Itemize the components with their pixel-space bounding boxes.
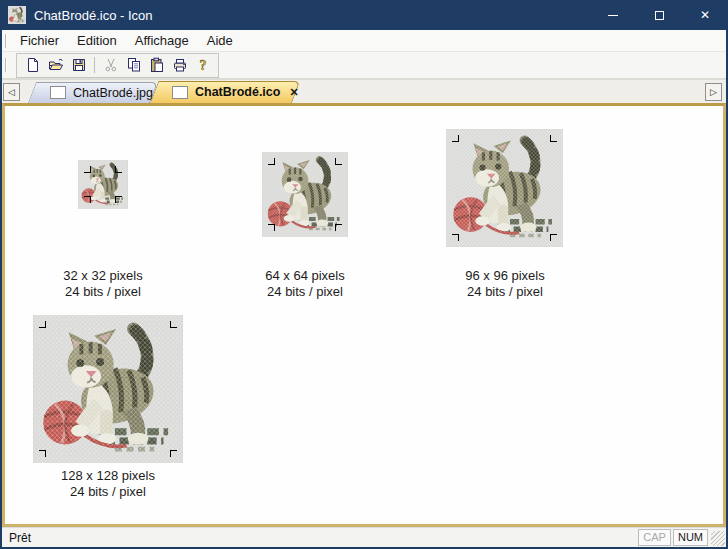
new-button[interactable]	[21, 54, 44, 76]
icon-image-96[interactable]	[446, 129, 563, 247]
tab-chatbrode-ico[interactable]: ChatBrodé.ico ✕	[150, 81, 292, 103]
keyboard-indicator-panes: CAP NUM	[638, 529, 708, 546]
menu-affichage[interactable]: Affichage	[126, 31, 198, 50]
status-bar: Prêt CAP NUM	[2, 527, 726, 547]
menubar-gripper[interactable]	[5, 34, 7, 48]
selection-corner-mark	[115, 196, 122, 203]
icon-label-128: 128 x 128 pixels 24 bits / pixel	[28, 468, 188, 500]
tab-close-icon[interactable]: ✕	[289, 86, 298, 99]
selection-corner-mark	[452, 234, 459, 241]
tab-scroll-right-button[interactable]: ▷	[705, 83, 722, 101]
selection-corner-mark	[39, 450, 46, 457]
caps-lock-indicator: CAP	[638, 529, 671, 546]
toolbar-gripper[interactable]	[5, 58, 7, 72]
selection-corner-mark	[268, 158, 275, 165]
depth-label: 24 bits / pixel	[425, 284, 585, 300]
close-button[interactable]: ✕	[682, 0, 728, 30]
icon-label-64: 64 x 64 pixels 24 bits / pixel	[225, 268, 385, 300]
depth-label: 24 bits / pixel	[23, 284, 183, 300]
paste-clipboard-icon	[149, 57, 165, 73]
icon-label-32: 32 x 32 pixels 24 bits / pixel	[23, 268, 183, 300]
depth-label: 24 bits / pixel	[28, 484, 188, 500]
image-thumbnail-icon	[172, 86, 188, 99]
titlebar: ChatBrodé.ico - Icon ✕	[0, 0, 728, 30]
document-tab-bar: ◁ ▷ ChatBrodé.jpg ChatBrodé.ico ✕	[2, 79, 726, 103]
resize-grip[interactable]	[711, 531, 725, 546]
save-button[interactable]	[67, 54, 90, 76]
app-window: ChatBrodé.ico - Icon ✕ Fichier Edition A…	[0, 0, 728, 549]
help-question-icon: ?	[195, 57, 211, 73]
cut-button[interactable]	[99, 54, 122, 76]
menu-fichier[interactable]: Fichier	[11, 31, 68, 50]
selection-corner-mark	[84, 196, 91, 203]
tab-label: ChatBrodé.ico	[195, 85, 280, 99]
selection-corner-mark	[550, 234, 557, 241]
selection-corner-mark	[335, 224, 342, 231]
num-lock-indicator: NUM	[673, 529, 708, 546]
toolbar-button-group: ?	[16, 53, 219, 78]
copy-button[interactable]	[122, 54, 145, 76]
size-label: 64 x 64 pixels	[225, 268, 385, 284]
selection-corner-mark	[84, 166, 91, 173]
selection-corner-mark	[268, 224, 275, 231]
menu-edition[interactable]: Edition	[68, 31, 126, 50]
menubar: Fichier Edition Affichage Aide	[2, 30, 726, 52]
size-label: 32 x 32 pixels	[23, 268, 183, 284]
selection-corner-mark	[170, 321, 177, 328]
icon-image-32[interactable]	[78, 160, 128, 209]
tab-chatbrode-jpg[interactable]: ChatBrodé.jpg	[28, 82, 150, 103]
icon-document-view: 32 x 32 pixels 24 bits / pixel 64 x 64 p…	[2, 103, 726, 527]
svg-text:?: ?	[199, 58, 206, 73]
selection-corner-mark	[115, 166, 122, 173]
selection-corner-mark	[39, 321, 46, 328]
selection-corner-mark	[550, 135, 557, 142]
icon-image-128[interactable]	[33, 315, 183, 463]
maximize-button[interactable]	[636, 0, 682, 30]
minimize-icon	[608, 15, 618, 16]
cat-image	[446, 129, 563, 247]
app-cat-icon	[8, 6, 26, 24]
depth-label: 24 bits / pixel	[225, 284, 385, 300]
paste-button[interactable]	[145, 54, 168, 76]
icon-label-96: 96 x 96 pixels 24 bits / pixel	[425, 268, 585, 300]
help-button[interactable]: ?	[191, 54, 214, 76]
tab-label: ChatBrodé.jpg	[73, 86, 153, 100]
save-floppy-icon	[71, 57, 87, 73]
cut-scissors-icon	[103, 57, 119, 73]
new-document-icon	[25, 57, 41, 73]
menu-aide[interactable]: Aide	[198, 31, 242, 50]
open-button[interactable]	[44, 54, 67, 76]
maximize-icon	[655, 11, 664, 20]
open-folder-icon	[48, 57, 64, 73]
window-controls: ✕	[590, 0, 728, 30]
toolbar-separator	[94, 57, 95, 73]
icon-image-64[interactable]	[262, 152, 348, 237]
tab-content: ChatBrodé.ico ✕	[150, 81, 292, 103]
minimize-button[interactable]	[590, 0, 636, 30]
tab-content: ChatBrodé.jpg	[28, 82, 150, 103]
tab-scroll-left-button[interactable]: ◁	[3, 83, 20, 101]
toolbar: ?	[2, 52, 726, 79]
print-button[interactable]	[168, 54, 191, 76]
window-title: ChatBrodé.ico - Icon	[34, 8, 153, 23]
copy-icon	[126, 57, 142, 73]
cat-image	[33, 315, 183, 463]
status-message: Prêt	[9, 531, 31, 545]
size-label: 96 x 96 pixels	[425, 268, 585, 284]
selection-corner-mark	[335, 158, 342, 165]
close-icon: ✕	[700, 9, 710, 21]
selection-corner-mark	[452, 135, 459, 142]
selection-corner-mark	[170, 450, 177, 457]
image-thumbnail-icon	[50, 86, 66, 99]
size-label: 128 x 128 pixels	[28, 468, 188, 484]
print-icon	[172, 57, 188, 73]
